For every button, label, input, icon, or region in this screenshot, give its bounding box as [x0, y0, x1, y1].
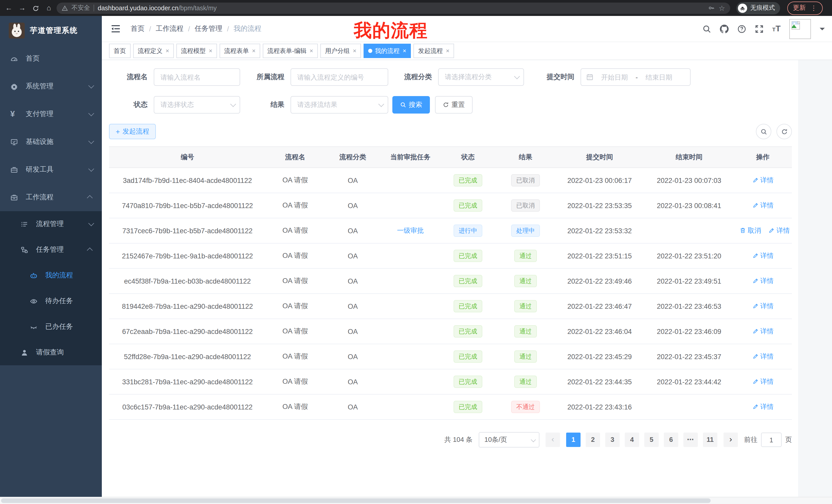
- sidebar-item-todo-tasks[interactable]: 待办任务: [0, 288, 102, 314]
- process-name-input[interactable]: [154, 68, 240, 86]
- tab-close-icon[interactable]: ×: [209, 47, 212, 54]
- tab-首页[interactable]: 首页: [109, 44, 131, 58]
- pagination-next-icon[interactable]: ›: [724, 432, 738, 447]
- tab-close-icon[interactable]: ×: [402, 47, 406, 54]
- detail-action[interactable]: 详情: [752, 176, 774, 185]
- cancel-action[interactable]: 取消: [739, 226, 761, 235]
- pagination-page-2[interactable]: 2: [586, 432, 600, 447]
- pagination-total: 共 104 条: [444, 435, 473, 444]
- tab-close-icon[interactable]: ×: [310, 47, 313, 54]
- scrollbar-thumb[interactable]: [1, 498, 711, 503]
- category-select[interactable]: 请选择流程分类: [438, 68, 524, 86]
- detail-action[interactable]: 详情: [752, 276, 774, 286]
- detail-action[interactable]: 详情: [752, 327, 774, 336]
- parent-process-input[interactable]: [290, 68, 388, 86]
- result-badge: 通过: [514, 375, 537, 388]
- horizontal-scrollbar[interactable]: [0, 497, 832, 504]
- sidebar-item-home[interactable]: 首页: [0, 45, 102, 73]
- sidebar-item-workflow[interactable]: 工作流程: [0, 184, 102, 211]
- end-date-input[interactable]: [641, 73, 677, 81]
- github-icon[interactable]: [720, 24, 729, 33]
- sidebar-item-task-mgmt[interactable]: 任务管理: [0, 237, 102, 262]
- font-size-icon[interactable]: TT: [772, 25, 781, 33]
- refresh-table-button[interactable]: [777, 124, 792, 139]
- search-button[interactable]: 搜索: [392, 96, 430, 114]
- fullscreen-icon[interactable]: [755, 24, 763, 33]
- current-task-link[interactable]: 一级审批: [397, 226, 424, 235]
- cell-process-name: OA 请假: [266, 269, 324, 293]
- bookmark-star-icon[interactable]: ☆: [719, 4, 725, 11]
- goto-page-input[interactable]: [761, 432, 782, 447]
- date-range-picker[interactable]: -: [580, 68, 691, 86]
- detail-action[interactable]: 详情: [752, 201, 774, 210]
- browser-back-icon[interactable]: ←: [3, 0, 15, 16]
- sidebar-item-process-mgmt[interactable]: 流程管理: [0, 211, 102, 237]
- tab-流程表单-编辑[interactable]: 流程表单-编辑×: [263, 44, 318, 58]
- pagination-page-3[interactable]: 3: [605, 432, 620, 447]
- cell-result: 通过: [496, 269, 555, 293]
- tab-close-icon[interactable]: ×: [353, 47, 356, 54]
- help-icon[interactable]: [737, 24, 746, 33]
- browser-home-icon[interactable]: ⌂: [43, 0, 54, 16]
- result-select[interactable]: 请选择流结果: [290, 96, 388, 114]
- tab-用户分组[interactable]: 用户分组×: [320, 44, 361, 58]
- col-header-status: 状态: [440, 147, 496, 168]
- sidebar-item-devtools[interactable]: 研发工具: [0, 156, 102, 184]
- start-process-button[interactable]: + 发起流程: [109, 124, 156, 139]
- browser-update-button[interactable]: 更新 ⋮: [787, 1, 823, 15]
- pagination-page-4[interactable]: 4: [625, 432, 639, 447]
- password-key-icon[interactable]: [708, 5, 715, 11]
- search-icon[interactable]: [702, 24, 711, 33]
- browser-address-bar[interactable]: 不安全 dashboard.yudao.iocoder.cn/bpm/task/…: [57, 2, 730, 13]
- sidebar-item-done-tasks[interactable]: 已办任务: [0, 314, 102, 340]
- detail-action[interactable]: 详情: [752, 302, 774, 311]
- tab-流程模型[interactable]: 流程模型×: [176, 44, 217, 58]
- detail-action[interactable]: 详情: [752, 402, 774, 412]
- detail-action[interactable]: 详情: [752, 377, 774, 386]
- tab-close-icon[interactable]: ×: [165, 47, 169, 54]
- cell-process-id: 67c2eaab-7b9a-11ec-a290-acde48001122: [109, 319, 266, 344]
- detail-action[interactable]: 详情: [752, 251, 774, 260]
- tab-close-icon[interactable]: ×: [446, 47, 449, 54]
- toggle-search-button[interactable]: [756, 124, 771, 139]
- eye-closed-icon: [30, 323, 42, 331]
- tab-我的流程[interactable]: 我的流程×: [364, 44, 411, 58]
- result-badge: 通过: [514, 325, 537, 338]
- sidebar-item-my-process[interactable]: 我的流程: [0, 262, 102, 288]
- tab-流程定义[interactable]: 流程定义×: [133, 44, 174, 58]
- avatar[interactable]: [789, 19, 811, 39]
- pagination-ellipsis[interactable]: ⋯: [683, 432, 698, 447]
- sidebar-item-system[interactable]: 系统管理: [0, 73, 102, 100]
- cell-status: 已完成: [440, 319, 496, 344]
- reset-button[interactable]: 重置: [435, 96, 473, 114]
- menu-fold-icon[interactable]: [110, 23, 121, 34]
- cell-process-name: OA 请假: [266, 243, 324, 269]
- tab-close-icon[interactable]: ×: [252, 47, 256, 54]
- sidebar-item-infra[interactable]: 基础设施: [0, 128, 102, 156]
- sidebar-item-payment[interactable]: ¥ 支付管理: [0, 100, 102, 128]
- breadcrumb-item[interactable]: 首页: [131, 24, 145, 33]
- browser-menu-icon[interactable]: ⋮: [810, 5, 817, 11]
- chevron-down-icon: [88, 110, 94, 116]
- pagination-page-6[interactable]: 6: [664, 432, 678, 447]
- breadcrumb-item[interactable]: 工作流程: [156, 24, 184, 33]
- page-size-select[interactable]: 10条/页: [479, 432, 539, 447]
- breadcrumb-item[interactable]: 任务管理: [194, 24, 223, 33]
- table-row: 2152467e-7b9b-11ec-9a1b-acde48001122OA 请…: [109, 243, 792, 269]
- status-select[interactable]: 请选择状态: [154, 96, 240, 114]
- chevron-down-icon[interactable]: [820, 28, 825, 33]
- browser-forward-icon[interactable]: →: [17, 0, 28, 16]
- pagination-page-1[interactable]: 1: [566, 432, 580, 447]
- tab-发起流程[interactable]: 发起流程×: [413, 44, 454, 58]
- pagination-page-11[interactable]: 11: [703, 432, 717, 447]
- browser-reload-icon[interactable]: [30, 0, 41, 16]
- detail-action[interactable]: 详情: [752, 352, 774, 361]
- pagination-page-5[interactable]: 5: [644, 432, 659, 447]
- breadcrumb-item-current: 我的流程: [234, 24, 261, 33]
- start-date-input[interactable]: [597, 73, 632, 81]
- sidebar-item-leave-query[interactable]: 请假查询: [0, 340, 102, 365]
- detail-action[interactable]: 详情: [768, 226, 790, 235]
- pagination-prev-icon[interactable]: ‹: [546, 432, 560, 447]
- app-logo[interactable]: 芋道管理系统: [0, 16, 102, 45]
- tab-流程表单[interactable]: 流程表单×: [219, 44, 260, 58]
